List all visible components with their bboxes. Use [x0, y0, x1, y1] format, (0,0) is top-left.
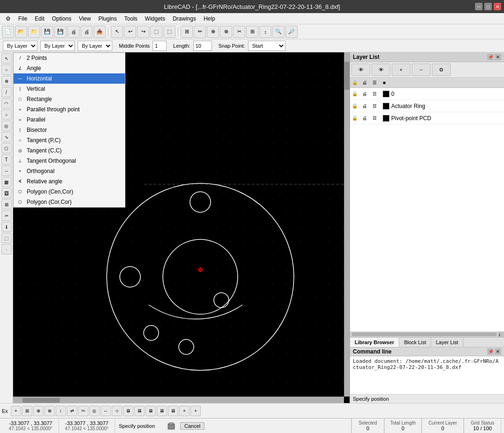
dd-angle[interactable]: ∠ Angle: [14, 63, 125, 73]
layer-hide-all[interactable]: 👁: [372, 64, 390, 76]
lt-arc[interactable]: ◠: [1, 98, 12, 108]
bt-cross[interactable]: +: [11, 406, 21, 416]
layer-show-all[interactable]: 👁: [351, 64, 370, 76]
lt-ellipse[interactable]: ◎: [1, 121, 12, 131]
menu-appicon[interactable]: ⚙: [2, 13, 15, 24]
menu-view[interactable]: View: [75, 13, 95, 24]
layer-width-select[interactable]: By Layer: [78, 41, 112, 51]
snap-point-select[interactable]: Start: [248, 41, 285, 51]
tb-select3[interactable]: ↪: [137, 26, 149, 38]
dd-vertical[interactable]: | Vertical: [14, 84, 125, 94]
tb-snap5[interactable]: ⊞: [246, 26, 258, 38]
lt-dim[interactable]: ↔: [1, 166, 12, 176]
dd-parallel-through-point[interactable]: = Parallel through point: [14, 104, 125, 115]
lt-spline[interactable]: ∿: [1, 132, 12, 142]
bt-snap8[interactable]: ⊹: [112, 406, 122, 416]
lt-node[interactable]: ○: [1, 65, 12, 75]
tb-new[interactable]: 📄: [2, 26, 14, 38]
menu-tools[interactable]: Tools: [121, 13, 141, 24]
tab-library-browser[interactable]: Library Browser: [350, 338, 399, 347]
bt-snap2[interactable]: ⊗: [44, 406, 55, 416]
cmd-close[interactable]: ✕: [495, 348, 501, 355]
dd-2points[interactable]: / 2 Points: [14, 53, 125, 63]
cmd-pin[interactable]: 📌: [487, 348, 494, 355]
tab-block-list[interactable]: Block List: [399, 338, 431, 347]
layer-linetype-select[interactable]: By Layer: [40, 41, 75, 51]
bt-snap7[interactable]: ↔: [101, 406, 111, 416]
lt-line[interactable]: /: [1, 87, 12, 97]
layer-add[interactable]: +: [392, 64, 410, 76]
layer-list-pin[interactable]: 📌: [487, 54, 494, 60]
lt-snap[interactable]: ⊞: [1, 199, 12, 209]
layer-settings[interactable]: ⚙: [432, 64, 451, 76]
menu-help[interactable]: Help: [200, 13, 219, 24]
lt-block[interactable]: ⬚: [1, 233, 12, 243]
bt-monitor5[interactable]: 🖥: [168, 406, 178, 416]
tb-snap[interactable]: ✏: [194, 26, 206, 38]
menu-edit[interactable]: Edit: [31, 13, 48, 24]
bt-monitor4[interactable]: 🖥: [157, 406, 167, 416]
dd-orthogonal[interactable]: + Orthogonal: [14, 166, 125, 176]
lt-circle[interactable]: ○: [1, 109, 12, 120]
tb-print2[interactable]: 🖨: [80, 26, 93, 38]
tb-snap3[interactable]: ⊗: [220, 26, 232, 38]
minimize-button[interactable]: ─: [475, 3, 482, 10]
layer-list-close[interactable]: ✕: [495, 54, 501, 60]
lt-select[interactable]: ↖: [1, 53, 12, 64]
tb-print[interactable]: 🖨: [67, 26, 80, 38]
layer-color-select[interactable]: By Layer: [3, 41, 37, 51]
tb-save[interactable]: 💾: [41, 26, 53, 38]
tb-export[interactable]: 📤: [94, 26, 106, 38]
lt-text[interactable]: T: [1, 154, 12, 165]
layer-row-0[interactable]: 🔒 🖨 ☰ 0: [350, 88, 504, 100]
tb-open[interactable]: 📂: [15, 26, 27, 38]
bt-plus2[interactable]: +: [190, 406, 201, 416]
lt-polyline[interactable]: ⬠: [1, 143, 12, 153]
layer-row-pivot[interactable]: 🔒 🖨 ☰ Pivot-point PCD: [350, 112, 504, 124]
bt-monitor1[interactable]: 🖥: [123, 406, 133, 416]
close-button[interactable]: ✕: [494, 3, 501, 10]
canvas-vscrollbar[interactable]: [344, 52, 350, 397]
maximize-button[interactable]: □: [484, 3, 492, 10]
tb-select[interactable]: ↖: [111, 26, 123, 38]
canvas-hscrollbar[interactable]: [13, 397, 344, 403]
menu-plugins[interactable]: Plugins: [95, 13, 120, 24]
tb-select5[interactable]: ⬚: [163, 26, 175, 38]
tb-snap7[interactable]: 🔍: [272, 26, 285, 38]
layer-hscroll-right[interactable]: ›: [498, 332, 504, 337]
dd-horizontal[interactable]: — Horizontal: [14, 73, 125, 84]
tb-select2[interactable]: ↩: [124, 26, 136, 38]
bt-snap3[interactable]: ↕: [56, 406, 66, 416]
tab-layer-list[interactable]: Layer List: [431, 338, 463, 347]
dd-tangent-pc[interactable]: ○ Tangent (P,C): [14, 135, 125, 145]
dd-polygon-cor-cor[interactable]: ⬡ Polygon (Cor,Cor): [14, 197, 125, 207]
tb-snap2[interactable]: ⊕: [207, 26, 219, 38]
bt-monitor3[interactable]: 🖥: [146, 406, 156, 416]
lt-image[interactable]: 🖼: [1, 188, 12, 198]
tb-snap8[interactable]: 🔎: [285, 26, 298, 38]
bt-monitor2[interactable]: 🖥: [134, 406, 145, 416]
dd-bisector[interactable]: ⟨ Bisector: [14, 125, 125, 135]
dd-tangent-cc[interactable]: ◎ Tangent (C,C): [14, 145, 125, 156]
menu-file[interactable]: File: [15, 13, 31, 24]
tb-select4[interactable]: ⬚: [150, 26, 162, 38]
menu-widgets[interactable]: Widgets: [141, 13, 169, 24]
bt-plus1[interactable]: +: [179, 406, 190, 416]
bt-snap1[interactable]: ⊕: [33, 406, 44, 416]
dd-polygon-cen-cor[interactable]: ⬡ Polygon (Cen,Cor): [14, 187, 125, 197]
layer-hscroll[interactable]: ›: [350, 332, 504, 337]
tb-snap6[interactable]: ↕: [259, 26, 271, 38]
layer-row-actuator[interactable]: 🔒 🖨 ☰ Actuator Ring: [350, 100, 504, 112]
cancel-button[interactable]: Cancel: [180, 422, 205, 430]
tb-open2[interactable]: 📁: [28, 26, 40, 38]
middle-points-input[interactable]: [153, 41, 167, 51]
lt-point[interactable]: ·: [1, 244, 12, 254]
menu-drawings[interactable]: Drawings: [169, 13, 200, 24]
menu-options[interactable]: Options: [48, 13, 75, 24]
dd-relative-angle[interactable]: ∢ Relative angle: [14, 176, 125, 187]
dd-parallel[interactable]: = Parallel: [14, 115, 125, 125]
bt-snap4[interactable]: ⇌: [67, 406, 77, 416]
bt-snap5[interactable]: ✂: [78, 406, 88, 416]
lt-modify[interactable]: ✂: [1, 210, 12, 221]
tb-grid[interactable]: ⊞: [181, 26, 193, 38]
